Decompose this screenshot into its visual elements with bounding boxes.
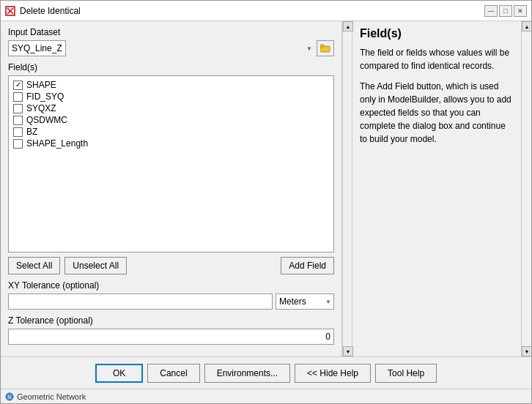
dataset-row: SYQ_Line_Z <box>8 40 334 56</box>
add-field-button[interactable]: Add Field <box>281 257 334 274</box>
taskbar-icon: N <box>5 392 14 401</box>
field-checkbox[interactable] <box>13 104 23 113</box>
xy-tolerance-input[interactable] <box>8 293 273 310</box>
field-checkbox[interactable] <box>13 116 23 125</box>
dataset-select-wrapper: SYQ_Line_Z <box>8 40 314 56</box>
svg-text:N: N <box>7 394 11 400</box>
hide-help-button[interactable]: << Hide Help <box>295 364 371 383</box>
scroll-up-arrow[interactable]: ▲ <box>343 21 353 31</box>
xy-tolerance-row: Meters Feet Degrees Kilometers <box>8 293 334 310</box>
field-label: SYQXZ <box>26 103 56 113</box>
field-label: SHAPE_Length <box>26 138 88 149</box>
xy-tolerance-label: XY Tolerance (optional) <box>8 280 334 291</box>
cancel-button[interactable]: Cancel <box>147 364 199 383</box>
window-title: Delete Identical <box>20 6 81 16</box>
title-bar-left: Delete Identical <box>5 6 81 16</box>
help-paragraph: The field or fields whose values will be… <box>360 46 514 72</box>
z-tolerance-field: Z Tolerance (optional) 0 <box>8 315 334 345</box>
tool-help-button[interactable]: Tool Help <box>375 364 437 383</box>
fields-list[interactable]: SHAPEFID_SYQSYQXZQSDWMCBZSHAPE_Length <box>8 75 334 252</box>
unselect-all-button[interactable]: Unselect All <box>64 257 127 274</box>
scroll-down-arrow[interactable]: ▼ <box>343 346 353 356</box>
right-scrollbar[interactable]: ▲ ▼ <box>521 21 531 356</box>
list-item[interactable]: QSDWMC <box>12 114 330 126</box>
input-dataset-label: Input Dataset <box>8 27 334 37</box>
field-label: SHAPE <box>26 80 56 90</box>
ok-button[interactable]: OK <box>95 364 143 383</box>
main-window: Delete Identical — □ ✕ Input Dataset SYQ… <box>0 0 532 404</box>
list-item[interactable]: FID_SYQ <box>12 91 330 102</box>
list-item[interactable]: BZ <box>12 126 330 138</box>
left-panel: Input Dataset SYQ_Line_Z Field(s) SHAPE <box>1 21 342 356</box>
z-tolerance-label: Z Tolerance (optional) <box>8 315 334 326</box>
list-item[interactable]: SHAPE_Length <box>12 138 330 149</box>
field-checkbox[interactable] <box>13 127 23 137</box>
svg-rect-4 <box>320 45 324 47</box>
minimize-button[interactable]: — <box>484 5 498 17</box>
help-title: Field(s) <box>360 27 514 40</box>
main-content: Input Dataset SYQ_Line_Z Field(s) SHAPE <box>1 21 531 356</box>
fields-label: Field(s) <box>8 62 334 72</box>
help-text: The field or fields whose values will be… <box>360 46 514 146</box>
xy-tolerance-field: XY Tolerance (optional) Meters Feet Degr… <box>8 280 334 310</box>
taskbar-hint: N Geometric Network <box>1 389 531 403</box>
field-label: FID_SYQ <box>26 91 64 102</box>
units-select-wrapper: Meters Feet Degrees Kilometers <box>276 293 334 310</box>
right-scroll-up[interactable]: ▲ <box>522 21 531 31</box>
field-checkbox[interactable] <box>13 81 23 90</box>
help-paragraph: The Add Field button, which is used only… <box>360 80 514 146</box>
list-item[interactable]: SYQXZ <box>12 102 330 114</box>
title-controls: — □ ✕ <box>484 5 527 17</box>
units-select[interactable]: Meters Feet Degrees Kilometers <box>276 293 334 310</box>
field-checkbox[interactable] <box>13 92 23 102</box>
right-panel: Field(s) The field or fields whose value… <box>352 21 521 356</box>
taskbar-item-label: Geometric Network <box>17 392 86 401</box>
environments-button[interactable]: Environments... <box>204 364 290 383</box>
browse-button[interactable] <box>317 40 334 56</box>
fields-button-row: Select All Unselect All Add Field <box>8 257 334 274</box>
scroll-track <box>343 31 352 346</box>
z-tolerance-input[interactable]: 0 <box>8 329 334 345</box>
right-scroll-track <box>522 31 531 346</box>
list-item[interactable]: SHAPE <box>12 79 330 91</box>
select-all-button[interactable]: Select All <box>8 257 60 274</box>
bottom-bar: OK Cancel Environments... << Hide Help T… <box>1 356 531 389</box>
right-scroll-down[interactable]: ▼ <box>522 346 531 356</box>
field-label: BZ <box>26 127 37 137</box>
maximize-button[interactable]: □ <box>499 5 512 17</box>
field-label: QSDWMC <box>26 115 67 125</box>
field-checkbox[interactable] <box>13 139 23 149</box>
left-scrollbar[interactable]: ▲ ▼ <box>342 21 352 356</box>
title-bar: Delete Identical — □ ✕ <box>1 1 531 21</box>
close-button[interactable]: ✕ <box>514 5 527 17</box>
window-icon <box>5 6 15 16</box>
dataset-select[interactable]: SYQ_Line_Z <box>8 40 66 56</box>
